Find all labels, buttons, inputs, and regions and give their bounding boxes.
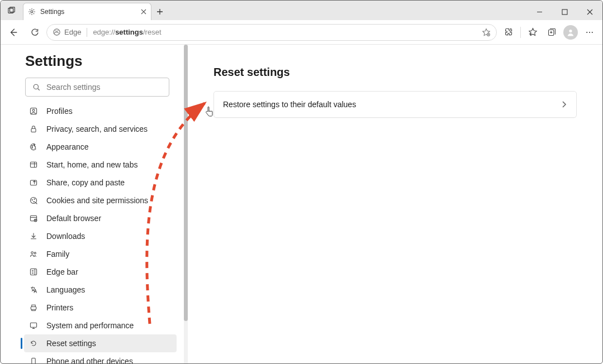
svg-point-11 <box>34 84 38 89</box>
search-icon <box>32 83 41 92</box>
sidebar-item-label: Reset settings <box>46 339 96 348</box>
collections-button[interactable] <box>542 23 561 41</box>
settings-sidebar: Settings ProfilesPrivacy, search, and se… <box>1 45 188 363</box>
settings-nav: ProfilesPrivacy, search, and servicesApp… <box>24 102 177 363</box>
favorites-button[interactable] <box>523 23 542 41</box>
card-label: Restore settings to their default values <box>223 100 356 109</box>
phone-icon <box>29 357 39 363</box>
maximize-button[interactable] <box>552 3 577 20</box>
svg-point-10 <box>592 31 593 32</box>
language-icon <box>29 285 39 294</box>
edgebar-icon <box>29 267 39 276</box>
new-tab-button[interactable] <box>151 3 168 20</box>
favorite-star-icon[interactable] <box>482 28 491 37</box>
svg-point-16 <box>32 147 33 149</box>
printer-icon <box>29 303 39 312</box>
sidebar-item-reset[interactable]: Reset settings <box>24 334 177 352</box>
page-title: Reset settings <box>213 66 577 79</box>
sidebar-item-label: Edge bar <box>46 267 78 276</box>
svg-rect-3 <box>562 9 567 15</box>
sidebar-item-label: Start, home, and new tabs <box>46 160 137 169</box>
svg-point-15 <box>32 146 33 147</box>
svg-point-27 <box>34 252 36 254</box>
extensions-button[interactable] <box>499 23 518 41</box>
sidebar-item-profile[interactable]: Profiles <box>24 102 177 120</box>
svg-rect-12 <box>30 108 36 114</box>
svg-point-9 <box>589 31 590 32</box>
svg-point-26 <box>31 252 34 254</box>
search-input[interactable] <box>46 83 162 92</box>
sidebar-item-browser[interactable]: Default browser <box>24 209 177 227</box>
svg-point-8 <box>586 31 587 32</box>
sidebar-item-label: Family <box>46 250 69 258</box>
site-identity[interactable]: Edge <box>53 28 81 36</box>
sidebar-item-cookie[interactable]: Cookies and site permissions <box>24 191 177 209</box>
minimize-button[interactable] <box>527 3 552 20</box>
sidebar-item-label: Privacy, search, and services <box>46 124 148 133</box>
back-button[interactable] <box>4 23 23 41</box>
svg-rect-31 <box>32 358 35 363</box>
sidebar-scroll[interactable] <box>184 45 188 363</box>
tab-actions-button[interactable] <box>1 1 23 20</box>
refresh-button[interactable] <box>25 23 44 41</box>
sidebar-item-label: Downloads <box>46 232 85 241</box>
address-bar[interactable]: Edge edge://settings/reset <box>46 24 497 41</box>
download-icon <box>29 232 39 241</box>
sidebar-item-label: Phone and other devices <box>46 357 133 363</box>
close-tab-icon[interactable] <box>141 9 146 15</box>
settings-heading: Settings <box>25 52 177 70</box>
close-window-button[interactable] <box>577 3 602 20</box>
sidebar-item-appearance[interactable]: Appearance <box>24 138 177 156</box>
sidebar-item-home-tab[interactable]: Start, home, and new tabs <box>24 156 177 174</box>
family-icon <box>29 250 39 258</box>
sidebar-item-label: System and performance <box>46 321 134 330</box>
sidebar-item-printer[interactable]: Printers <box>24 299 177 317</box>
cookie-icon <box>29 196 39 205</box>
svg-point-21 <box>32 200 32 200</box>
sidebar-item-system[interactable]: System and performance <box>24 317 177 334</box>
sidebar-item-edgebar[interactable]: Edge bar <box>24 263 177 281</box>
url-text: edge://settings/reset <box>93 28 161 36</box>
share-icon <box>29 178 39 187</box>
sidebar-item-label: Languages <box>46 285 85 294</box>
sidebar-item-label: Profiles <box>46 107 73 116</box>
profile-icon <box>29 107 39 116</box>
search-settings[interactable] <box>25 78 169 97</box>
svg-point-13 <box>32 109 35 112</box>
svg-rect-30 <box>30 323 36 327</box>
sidebar-item-label: Printers <box>46 303 73 312</box>
system-icon <box>29 321 39 330</box>
profile-button[interactable] <box>561 23 580 41</box>
sidebar-item-share[interactable]: Share, copy and paste <box>24 174 177 191</box>
sidebar-item-label: Default browser <box>46 214 101 223</box>
sidebar-item-label: Share, copy and paste <box>46 178 125 187</box>
svg-point-23 <box>34 202 34 202</box>
tab-title: Settings <box>40 8 64 16</box>
gear-icon <box>28 8 36 16</box>
sidebar-item-download[interactable]: Downloads <box>24 227 177 245</box>
svg-point-7 <box>569 30 572 32</box>
settings-main: Reset settings Restore settings to their… <box>188 45 602 363</box>
window-controls <box>527 3 602 20</box>
restore-defaults-card[interactable]: Restore settings to their default values <box>213 91 577 118</box>
browser-icon <box>29 214 39 223</box>
title-bar: Settings <box>1 1 602 20</box>
sidebar-item-label: Cookies and site permissions <box>46 196 148 205</box>
appearance-icon <box>29 142 39 151</box>
reset-icon <box>29 339 39 348</box>
tab-settings[interactable]: Settings <box>23 3 151 20</box>
sidebar-item-family[interactable]: Family <box>24 245 177 263</box>
svg-point-2 <box>31 11 33 13</box>
chevron-right-icon <box>561 101 567 108</box>
scroll-thumb[interactable] <box>184 45 188 321</box>
more-button[interactable] <box>580 23 599 41</box>
sidebar-item-phone[interactable]: Phone and other devices <box>24 352 177 363</box>
sidebar-item-language[interactable]: Languages <box>24 281 177 299</box>
svg-rect-18 <box>30 162 36 167</box>
browser-toolbar: Edge edge://settings/reset <box>1 20 602 45</box>
site-label: Edge <box>64 28 81 36</box>
sidebar-item-label: Appearance <box>46 142 89 151</box>
svg-rect-29 <box>31 306 36 309</box>
sidebar-item-lock[interactable]: Privacy, search, and services <box>24 120 177 138</box>
home-tab-icon <box>29 160 39 169</box>
